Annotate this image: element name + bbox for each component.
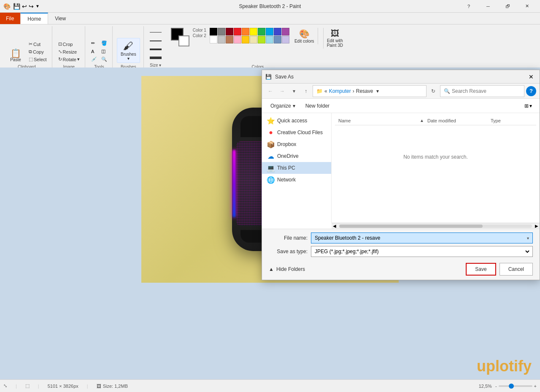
dropbox-icon: 📦 xyxy=(267,141,275,148)
minimize-button[interactable]: ─ xyxy=(478,0,498,13)
copy-button[interactable]: ⧉ Copy xyxy=(27,48,49,55)
size-2-button[interactable] xyxy=(148,38,163,44)
maximize-button[interactable]: 🗗 xyxy=(498,0,517,13)
zoom-in-icon[interactable]: + xyxy=(534,384,537,389)
color-lightgray[interactable] xyxy=(218,36,225,43)
tab-view[interactable]: View xyxy=(48,13,73,24)
nav-dropdown-button[interactable]: ▾ xyxy=(289,86,299,96)
filename-input-wrapper[interactable]: ▾ xyxy=(311,232,533,243)
col-type-header[interactable]: Type xyxy=(491,118,533,123)
zoom-level: 12,5% xyxy=(479,384,492,389)
redo-icon[interactable]: ↪ xyxy=(29,3,34,10)
rotate-button[interactable]: ↻ Rotate▾ xyxy=(57,56,81,63)
select-button[interactable]: ⬚ Select xyxy=(27,56,49,63)
nav-up-button[interactable]: ↑ xyxy=(301,86,311,96)
nav-forward-button[interactable]: → xyxy=(277,86,287,96)
resize-button[interactable]: ⤡ Resize xyxy=(57,48,81,55)
text-button[interactable]: A xyxy=(89,48,99,55)
color-gold[interactable] xyxy=(242,36,249,43)
paste-button[interactable]: 📋 Paste xyxy=(5,48,26,63)
color-gray[interactable] xyxy=(218,28,225,35)
view-dropdown-icon: ▾ xyxy=(529,103,532,109)
cancel-button[interactable]: Cancel xyxy=(500,263,533,276)
scrollbar-track[interactable] xyxy=(339,224,532,228)
color-cream[interactable] xyxy=(250,36,257,43)
color-black[interactable] xyxy=(210,28,217,35)
cut-button[interactable]: ✂ Cut xyxy=(27,41,49,48)
color-blue[interactable] xyxy=(274,28,281,35)
size-1-button[interactable] xyxy=(148,29,163,36)
zoom-thumb[interactable] xyxy=(509,384,514,389)
save-icon[interactable]: 💾 xyxy=(13,3,20,10)
dialog-close-button[interactable]: ✕ xyxy=(526,72,536,82)
filename-dropdown-icon[interactable]: ▾ xyxy=(525,236,531,241)
color-steelblue[interactable] xyxy=(274,36,281,43)
color-brown[interactable] xyxy=(226,36,233,43)
zoom-slider[interactable] xyxy=(499,385,532,387)
help-button[interactable]: ? xyxy=(459,0,478,13)
search-input[interactable] xyxy=(452,88,521,94)
close-button[interactable]: ✕ xyxy=(517,0,537,13)
crop-button[interactable]: ⊡ Crop xyxy=(57,41,81,48)
brushes-button[interactable]: 🖌 Brushes ▼ xyxy=(117,38,140,63)
dropdown-icon[interactable]: ▼ xyxy=(35,4,40,8)
view-icon: ⊞ xyxy=(524,103,529,109)
color-yellow[interactable] xyxy=(250,28,257,35)
horizontal-scrollbar[interactable]: ◀ ▶ xyxy=(332,223,540,229)
color-green[interactable] xyxy=(258,28,265,35)
color-lavender[interactable] xyxy=(282,36,289,43)
view-button[interactable]: ⊞ ▾ xyxy=(522,101,535,111)
tab-home[interactable]: Home xyxy=(20,13,48,24)
pencil-button[interactable]: ✏ xyxy=(89,40,99,47)
sidebar-item-onedrive[interactable]: ☁ OneDrive xyxy=(262,150,331,162)
sidebar-item-network[interactable]: 🌐 Network xyxy=(262,174,331,186)
scroll-left-btn[interactable]: ◀ xyxy=(332,224,338,228)
breadcrumb[interactable]: 📁 « Komputer › Resave ▾ xyxy=(313,85,427,97)
color-darkred[interactable] xyxy=(226,28,233,35)
color-lime[interactable] xyxy=(258,36,265,43)
organize-button[interactable]: Organize ▾ xyxy=(267,101,299,111)
color-white[interactable] xyxy=(210,36,217,43)
size-4-button[interactable] xyxy=(148,54,163,61)
picker-button[interactable]: 💉 xyxy=(89,56,99,63)
nav-back-button[interactable]: ← xyxy=(265,86,275,96)
col-date-header[interactable]: Date modified xyxy=(427,118,491,123)
sidebar-item-quick-access[interactable]: ⭐ Quick access xyxy=(262,115,331,127)
savetype-select-wrapper[interactable]: JPEG (*.jpg;*.jpeg;*.jpe;*.jfif) PNG (*.… xyxy=(311,246,533,257)
filename-label: File name: xyxy=(269,235,311,241)
savetype-row: Save as type: JPEG (*.jpg;*.jpeg;*.jpe;*… xyxy=(269,246,533,257)
undo-icon[interactable]: ↩ xyxy=(22,3,27,10)
sidebar-item-dropbox[interactable]: 📦 Dropbox xyxy=(262,138,331,150)
scroll-right-btn[interactable]: ▶ xyxy=(534,224,540,228)
col-name-header[interactable]: Name xyxy=(338,118,420,123)
tab-file[interactable]: File xyxy=(0,13,20,24)
quick-access-icon: ⭐ xyxy=(267,117,275,124)
sidebar-item-this-pc[interactable]: 💻 This PC xyxy=(262,162,331,174)
sidebar-item-creative-cloud[interactable]: ● Creative Cloud Files xyxy=(262,127,331,138)
color-cyan[interactable] xyxy=(266,28,273,35)
zoom-out-icon[interactable]: - xyxy=(495,384,497,389)
savetype-select[interactable]: JPEG (*.jpg;*.jpeg;*.jpe;*.jfif) PNG (*.… xyxy=(313,248,531,255)
size-3-button[interactable] xyxy=(148,46,163,53)
hide-folders-button[interactable]: ▲ Hide Folders xyxy=(269,265,305,273)
search-icon: 🔍 xyxy=(444,88,450,94)
refresh-button[interactable]: ↻ xyxy=(428,86,438,96)
status-bar: ⤡ | ⬚ | 5101 × 3826px | 🖼 Size: 1,2MB 12… xyxy=(0,379,540,392)
scrollbar-thumb[interactable] xyxy=(339,224,483,228)
color-pink[interactable] xyxy=(234,36,241,43)
new-folder-button[interactable]: New folder xyxy=(302,101,333,111)
edit-paint3d-button[interactable]: 🖼 Edit with Paint 3D xyxy=(323,28,345,49)
save-button[interactable]: Save xyxy=(466,263,496,276)
magnifier-button[interactable]: 🔍 xyxy=(100,56,109,63)
color-skyblue[interactable] xyxy=(266,36,273,43)
eraser-button[interactable]: ◫ xyxy=(100,48,109,55)
dialog-help-button[interactable]: ? xyxy=(526,86,536,96)
color-purple[interactable] xyxy=(282,28,289,35)
edit-colors-button[interactable]: 🎨 Edit colors xyxy=(293,28,318,44)
filename-input[interactable] xyxy=(313,235,525,241)
color-orange[interactable] xyxy=(242,28,249,35)
color2-button[interactable] xyxy=(178,35,189,46)
color-red[interactable] xyxy=(234,28,241,35)
resize-status[interactable]: ⤡ xyxy=(3,383,7,389)
bucket-button[interactable]: 🪣 xyxy=(100,40,109,47)
